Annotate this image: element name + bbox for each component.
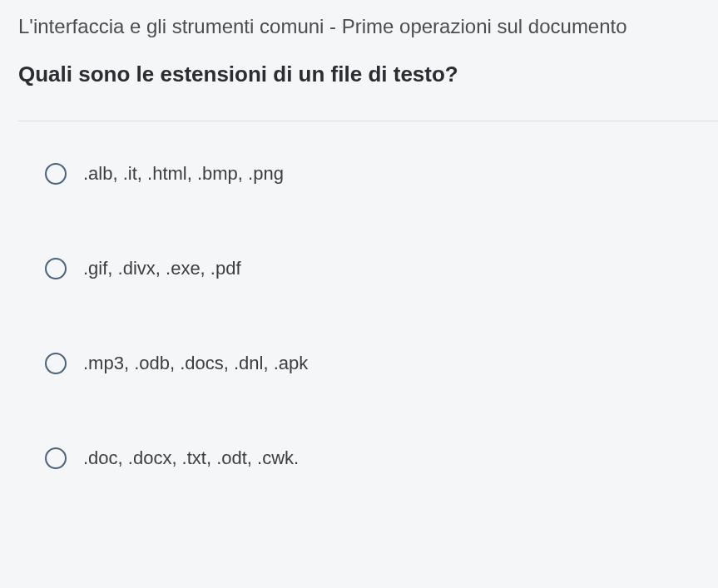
option-label: .mp3, .odb, .docs, .dnl, .apk — [83, 353, 308, 374]
option-label: .gif, .divx, .exe, .pdf — [83, 258, 241, 279]
radio-icon — [45, 258, 67, 279]
radio-icon — [45, 447, 67, 469]
options-list: .alb, .it, .html, .bmp, .png .gif, .divx… — [18, 163, 718, 469]
option-3[interactable]: .mp3, .odb, .docs, .dnl, .apk — [45, 353, 718, 374]
option-4[interactable]: .doc, .docx, .txt, .odt, .cwk. — [45, 447, 718, 469]
divider — [18, 121, 718, 121]
question-title: Quali sono le estensioni di un file di t… — [18, 62, 718, 87]
radio-icon — [45, 163, 67, 185]
option-2[interactable]: .gif, .divx, .exe, .pdf — [45, 258, 718, 279]
option-label: .alb, .it, .html, .bmp, .png — [83, 163, 284, 185]
breadcrumb: L'interfaccia e gli strumenti comuni - P… — [18, 15, 718, 38]
option-1[interactable]: .alb, .it, .html, .bmp, .png — [45, 163, 718, 185]
radio-icon — [45, 353, 67, 374]
option-label: .doc, .docx, .txt, .odt, .cwk. — [83, 447, 299, 469]
